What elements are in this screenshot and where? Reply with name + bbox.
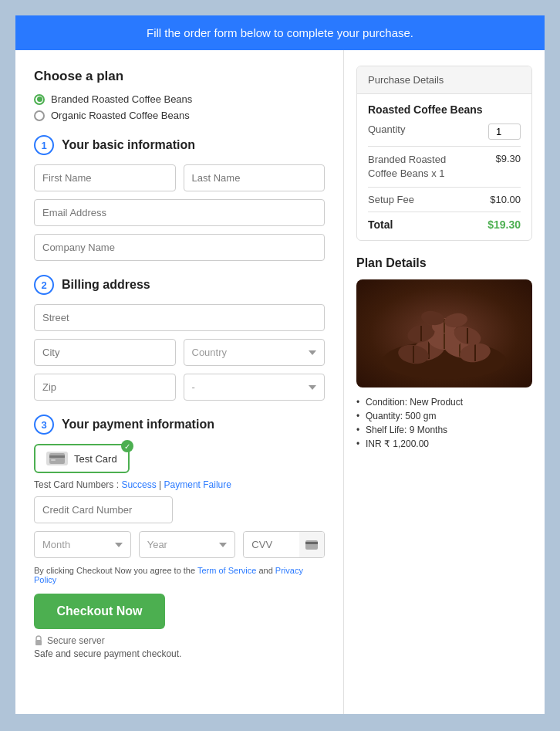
page-wrapper: Fill the order form below to complete yo… bbox=[15, 15, 545, 714]
svg-rect-1 bbox=[49, 455, 65, 458]
step-3-header: 3 Your payment information bbox=[34, 415, 325, 435]
plan-details: Plan Details bbox=[356, 256, 532, 449]
total-value: $19.30 bbox=[487, 218, 521, 231]
total-row: Total $19.30 bbox=[368, 218, 521, 231]
svg-rect-3 bbox=[305, 540, 318, 550]
top-banner: Fill the order form below to complete yo… bbox=[15, 15, 545, 50]
divider-2 bbox=[368, 187, 521, 188]
choose-plan-title: Choose a plan bbox=[34, 69, 325, 84]
name-row bbox=[34, 164, 325, 191]
safe-text: Safe and secure payment checkout. bbox=[34, 648, 325, 659]
spec-price: INR ₹ 1,200.00 bbox=[356, 438, 532, 449]
coffee-beans-svg bbox=[367, 283, 521, 384]
year-select[interactable]: Year bbox=[139, 531, 236, 558]
card-label: Test Card bbox=[74, 453, 117, 465]
city-country-row: Country bbox=[34, 339, 325, 366]
setup-fee-row: Setup Fee $10.00 bbox=[368, 194, 521, 205]
zip-state-row: - bbox=[34, 374, 325, 401]
setup-fee-value: $10.00 bbox=[490, 194, 521, 205]
email-input[interactable] bbox=[34, 199, 325, 226]
country-select[interactable]: Country bbox=[184, 339, 326, 366]
first-name-input[interactable] bbox=[34, 164, 176, 191]
test-card-prefix: Test Card Numbers : bbox=[34, 479, 121, 490]
right-panel: Purchase Details Roasted Coffee Beans Qu… bbox=[344, 50, 545, 714]
cvv-icon bbox=[299, 532, 324, 557]
secure-line: Secure server bbox=[34, 635, 325, 646]
quantity-row: Quantity bbox=[368, 124, 521, 140]
failure-link[interactable]: Payment Failure bbox=[164, 479, 231, 490]
divider-1 bbox=[368, 146, 521, 147]
step-1-circle: 1 bbox=[34, 135, 54, 155]
plan-specs-list: Condition: New Product Quantity: 500 gm … bbox=[356, 397, 532, 449]
city-input[interactable] bbox=[34, 339, 176, 366]
step-1-title: Your basic information bbox=[62, 138, 195, 152]
item-price-row: Branded Roasted Coffee Beans x 1 $9.30 bbox=[368, 153, 521, 181]
company-row bbox=[34, 234, 325, 261]
step-1-header: 1 Your basic information bbox=[34, 135, 325, 155]
banner-text: Fill the order form below to complete yo… bbox=[147, 26, 413, 39]
step-2-title: Billing address bbox=[62, 278, 150, 292]
lock-icon bbox=[34, 635, 43, 646]
plan-option-organic[interactable]: Organic Roasted Coffee Beans bbox=[34, 110, 325, 121]
step-3-title: Your payment information bbox=[62, 418, 214, 431]
item-price: $9.30 bbox=[495, 153, 521, 164]
state-select[interactable]: - bbox=[184, 374, 326, 401]
coffee-image bbox=[356, 279, 532, 387]
plan-details-title: Plan Details bbox=[356, 256, 532, 270]
main-content: Choose a plan Branded Roasted Coffee Bea… bbox=[15, 50, 545, 714]
success-link[interactable]: Success bbox=[121, 479, 156, 490]
company-input[interactable] bbox=[34, 234, 325, 261]
street-row bbox=[34, 304, 325, 331]
card-option[interactable]: Test Card ✓ bbox=[34, 444, 130, 473]
terms-text: By clicking Checkout Now you agree to th… bbox=[34, 566, 325, 584]
step-3-circle: 3 bbox=[34, 415, 54, 435]
card-icon bbox=[46, 452, 68, 465]
left-panel: Choose a plan Branded Roasted Coffee Bea… bbox=[15, 50, 344, 714]
spec-quantity: Quantity: 500 gm bbox=[356, 411, 532, 421]
quantity-label: Quantity bbox=[368, 124, 405, 135]
divider-3 bbox=[368, 212, 521, 212]
cc-row bbox=[34, 496, 325, 523]
street-input[interactable] bbox=[34, 304, 325, 331]
test-card-info: Test Card Numbers : Success | Payment Fa… bbox=[34, 479, 325, 490]
last-name-input[interactable] bbox=[184, 164, 326, 191]
svg-rect-0 bbox=[49, 453, 65, 464]
radio-organic bbox=[34, 110, 45, 121]
plan-organic-label: Organic Roasted Coffee Beans bbox=[51, 110, 190, 121]
cvv-input[interactable] bbox=[244, 532, 299, 557]
setup-fee-label: Setup Fee bbox=[368, 194, 414, 205]
secure-label: Secure server bbox=[47, 635, 105, 646]
plan-branded-label: Branded Roasted Coffee Beans bbox=[51, 93, 192, 105]
svg-rect-5 bbox=[35, 640, 42, 645]
item-label: Branded Roasted Coffee Beans x 1 bbox=[368, 153, 460, 181]
spec-condition: Condition: New Product bbox=[356, 397, 532, 408]
plan-option-branded[interactable]: Branded Roasted Coffee Beans bbox=[34, 93, 325, 105]
zip-input[interactable] bbox=[34, 374, 176, 401]
terms-mid: and bbox=[256, 566, 275, 575]
spec-shelf: Shelf Life: 9 Months bbox=[356, 425, 532, 435]
cc-number-input[interactable] bbox=[34, 496, 173, 523]
radio-branded bbox=[34, 94, 45, 105]
svg-rect-4 bbox=[305, 542, 318, 544]
purchase-header: Purchase Details bbox=[357, 66, 531, 94]
product-title: Roasted Coffee Beans bbox=[368, 103, 521, 116]
svg-rect-2 bbox=[51, 459, 56, 461]
expiry-cvv-row: Month Year bbox=[34, 531, 325, 558]
step-2-circle: 2 bbox=[34, 275, 54, 295]
purchase-body: Roasted Coffee Beans Quantity Branded Ro… bbox=[357, 94, 531, 240]
terms-link[interactable]: Term of Service bbox=[197, 566, 256, 575]
quantity-input[interactable] bbox=[488, 124, 521, 140]
email-row bbox=[34, 199, 325, 226]
test-card-sep: | bbox=[157, 479, 164, 490]
checkout-button[interactable]: Checkout Now bbox=[34, 594, 165, 629]
credit-card-svg bbox=[49, 453, 65, 464]
step-2-header: 2 Billing address bbox=[34, 275, 325, 295]
terms-prefix: By clicking Checkout Now you agree to th… bbox=[34, 566, 197, 575]
check-badge: ✓ bbox=[121, 440, 133, 452]
month-select[interactable]: Month bbox=[34, 531, 131, 558]
total-label: Total bbox=[368, 218, 393, 231]
purchase-box: Purchase Details Roasted Coffee Beans Qu… bbox=[356, 66, 532, 241]
